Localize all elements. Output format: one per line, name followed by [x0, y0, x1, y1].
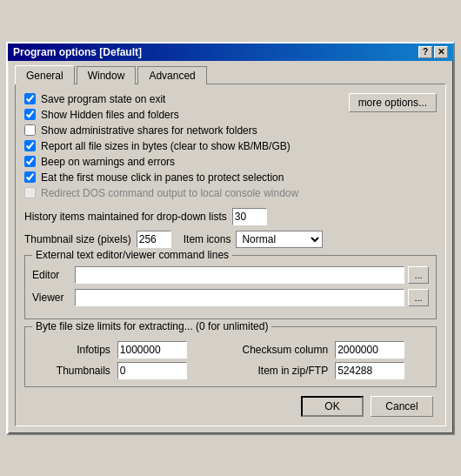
viewer-row: Viewer ...	[32, 289, 429, 306]
checksum-label: Checksum column	[218, 344, 329, 356]
editor-browse-button[interactable]: ...	[408, 266, 429, 284]
editor-input[interactable]	[75, 266, 404, 284]
editor-row: Editor ...	[32, 266, 429, 284]
history-input[interactable]	[232, 208, 267, 225]
infotips-input[interactable]	[117, 341, 187, 359]
history-row: History items maintained for drop-down l…	[24, 208, 437, 225]
zip-label: Item in zip/FTP	[218, 365, 329, 377]
tab-content: Save program state on exit Show Hidden f…	[15, 84, 446, 426]
zip-input[interactable]	[335, 362, 404, 379]
checkbox-eat-click[interactable]	[24, 171, 36, 183]
checkbox-save-state[interactable]	[24, 93, 36, 104]
checkbox-label-6: Redirect DOS command output to local con…	[41, 187, 298, 199]
byte-limits-group: Byte file size limits for extracting... …	[24, 326, 437, 387]
tab-general[interactable]: General	[15, 65, 75, 84]
checkbox-beep[interactable]	[24, 156, 36, 167]
tab-window[interactable]: Window	[77, 66, 137, 84]
limits-grid: Infotips Checksum column Thumbnails Item…	[32, 341, 429, 379]
checkbox-row-4: Beep on warnings and errors	[24, 156, 342, 168]
bottom-buttons: OK Cancel	[24, 396, 437, 417]
dialog-title: Program options [Default]	[13, 46, 142, 58]
tab-advanced[interactable]: Advanced	[137, 66, 206, 84]
more-options-button[interactable]: more options...	[349, 93, 437, 112]
checkbox-row-2: Show administrative shares for network f…	[24, 124, 342, 137]
infotips-label: Infotips	[32, 344, 110, 356]
checkbox-row-1: Show Hidden files and folders	[24, 109, 342, 121]
title-bar: Program options [Default] ? ✕	[8, 44, 453, 61]
checkbox-show-hidden[interactable]	[24, 109, 36, 120]
ok-button[interactable]: OK	[301, 396, 364, 417]
checkbox-label-4: Beep on warnings and errors	[41, 156, 175, 168]
thumbnails-input[interactable]	[117, 362, 187, 379]
more-options-area: more options...	[349, 93, 437, 112]
viewer-input[interactable]	[75, 289, 404, 306]
checkbox-redirect-dos	[24, 187, 36, 198]
close-button[interactable]: ✕	[434, 46, 448, 58]
checkbox-label-5: Eat the first mouse click in panes to pr…	[41, 171, 284, 184]
checkbox-row-5: Eat the first mouse click in panes to pr…	[24, 171, 342, 184]
checkbox-label-3: Report all file sizes in bytes (clear to…	[41, 140, 291, 152]
item-icons-label: Item icons	[184, 233, 231, 245]
external-editor-legend: External text editor/viewer command line…	[32, 249, 232, 261]
checkbox-label-2: Show administrative shares for network f…	[41, 124, 257, 137]
checkbox-label-0: Save program state on exit	[41, 93, 165, 105]
checkbox-admin-shares[interactable]	[24, 124, 36, 136]
dialog: Program options [Default] ? ✕ General Wi…	[6, 42, 455, 435]
history-label: History items maintained for drop-down l…	[24, 211, 227, 223]
thumbnail-label: Thumbnail size (pixels)	[24, 233, 131, 245]
checkbox-row-3: Report all file sizes in bytes (clear to…	[24, 140, 342, 152]
checksum-input[interactable]	[335, 341, 404, 359]
thumbnail-row: Thumbnail size (pixels) Item icons Norma…	[24, 231, 437, 248]
help-button[interactable]: ?	[418, 46, 432, 58]
item-icons-select[interactable]: Normal Small Large	[236, 231, 323, 248]
top-section: Save program state on exit Show Hidden f…	[24, 93, 437, 203]
viewer-browse-button[interactable]: ...	[408, 289, 429, 306]
viewer-label: Viewer	[32, 292, 71, 304]
checkboxes-column: Save program state on exit Show Hidden f…	[24, 93, 342, 203]
thumbnail-input[interactable]	[137, 231, 171, 248]
checkbox-label-1: Show Hidden files and folders	[41, 109, 179, 121]
tab-bar: General Window Advanced	[15, 66, 446, 84]
thumbnails-label: Thumbnails	[32, 365, 110, 377]
cancel-button[interactable]: Cancel	[371, 396, 433, 417]
title-bar-buttons: ? ✕	[418, 46, 448, 58]
checkbox-report-sizes[interactable]	[24, 140, 36, 151]
checkbox-row-0: Save program state on exit	[24, 93, 342, 105]
byte-limits-legend: Byte file size limits for extracting... …	[32, 320, 271, 332]
editor-label: Editor	[32, 269, 71, 281]
dialog-content: General Window Advanced Save program sta…	[8, 61, 453, 433]
external-editor-group: External text editor/viewer command line…	[24, 255, 437, 319]
checkbox-row-6: Redirect DOS command output to local con…	[24, 187, 342, 199]
